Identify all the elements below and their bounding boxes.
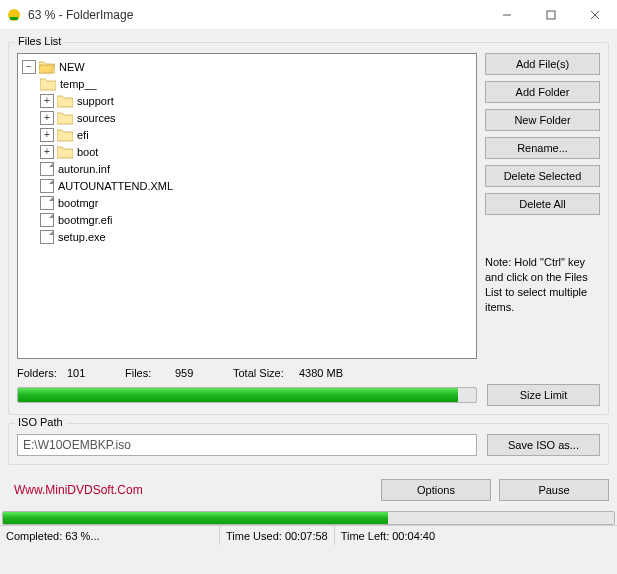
- global-progress: [2, 511, 615, 525]
- file-icon: [40, 230, 54, 244]
- tree-folder[interactable]: +efi: [40, 126, 474, 143]
- tree-file[interactable]: bootmgr: [40, 194, 474, 211]
- save-iso-button[interactable]: Save ISO as...: [487, 434, 600, 456]
- delete-all-button[interactable]: Delete All: [485, 193, 600, 215]
- tree-folder[interactable]: +support: [40, 92, 474, 109]
- counts-row: Folders: 101 Files: 959 Total Size: 4380…: [17, 367, 600, 379]
- collapse-icon[interactable]: −: [22, 60, 36, 74]
- delete-selected-button[interactable]: Delete Selected: [485, 165, 600, 187]
- file-icon: [40, 162, 54, 176]
- svg-rect-1: [10, 17, 18, 20]
- iso-path-group: ISO Path Save ISO as...: [8, 423, 609, 465]
- files-label: Files:: [125, 367, 169, 379]
- totalsize-label: Total Size:: [233, 367, 293, 379]
- tree-item-label: autorun.inf: [58, 163, 110, 175]
- tree-folder[interactable]: temp__: [40, 75, 474, 92]
- tree-item-label: support: [77, 95, 114, 107]
- tree-file[interactable]: AUTOUNATTEND.XML: [40, 177, 474, 194]
- status-bar: Completed: 63 %... Time Used: 00:07:58 T…: [0, 525, 617, 545]
- tree-item-label: AUTOUNATTEND.XML: [58, 180, 173, 192]
- totalsize-value: 4380 MB: [299, 367, 351, 379]
- file-icon: [40, 213, 54, 227]
- tree-item-label: boot: [77, 146, 98, 158]
- size-limit-button[interactable]: Size Limit: [487, 384, 600, 406]
- file-icon: [40, 179, 54, 193]
- add-files-button[interactable]: Add File(s): [485, 53, 600, 75]
- minimize-button[interactable]: [485, 0, 529, 29]
- website-link[interactable]: Www.MiniDVDSoft.Com: [14, 483, 143, 497]
- tree-item-label: bootmgr.efi: [58, 214, 112, 226]
- iso-path-input[interactable]: [17, 434, 477, 456]
- window-controls: [485, 0, 617, 29]
- rename-button[interactable]: Rename...: [485, 137, 600, 159]
- titlebar: 63 % - FolderImage: [0, 0, 617, 30]
- tree-folder[interactable]: +boot: [40, 143, 474, 160]
- expand-icon[interactable]: +: [40, 128, 54, 142]
- tree-item-label: bootmgr: [58, 197, 98, 209]
- new-folder-button[interactable]: New Folder: [485, 109, 600, 131]
- tree-item-label: NEW: [59, 61, 85, 73]
- tree-file[interactable]: autorun.inf: [40, 160, 474, 177]
- close-button[interactable]: [573, 0, 617, 29]
- iso-path-label: ISO Path: [15, 416, 66, 428]
- svg-rect-3: [547, 11, 555, 19]
- file-icon: [40, 196, 54, 210]
- pause-button[interactable]: Pause: [499, 479, 609, 501]
- files-list-group: Files List −NEWtemp__+support+sources+ef…: [8, 42, 609, 415]
- expand-icon[interactable]: +: [40, 94, 54, 108]
- tree-item-label: temp__: [60, 78, 97, 90]
- tree-file[interactable]: setup.exe: [40, 228, 474, 245]
- tree-item-label: efi: [77, 129, 89, 141]
- tree-file[interactable]: bootmgr.efi: [40, 211, 474, 228]
- status-time-used: Time Used: 00:07:58: [220, 526, 335, 545]
- window-title: 63 % - FolderImage: [28, 8, 485, 22]
- files-progress: [17, 387, 477, 403]
- add-folder-button[interactable]: Add Folder: [485, 81, 600, 103]
- files-tree[interactable]: −NEWtemp__+support+sources+efi+bootautor…: [17, 53, 477, 359]
- maximize-button[interactable]: [529, 0, 573, 29]
- folders-label: Folders:: [17, 367, 61, 379]
- tree-item-label: sources: [77, 112, 116, 124]
- files-value: 959: [175, 367, 227, 379]
- app-icon: [6, 7, 22, 23]
- tree-folder-root[interactable]: −NEW: [22, 58, 474, 75]
- status-completed: Completed: 63 %...: [0, 526, 220, 545]
- bottom-row: Www.MiniDVDSoft.Com Options Pause: [0, 465, 617, 509]
- ctrl-note: Note: Hold "Ctrl" key and click on the F…: [485, 255, 600, 314]
- options-button[interactable]: Options: [381, 479, 491, 501]
- tree-item-label: setup.exe: [58, 231, 106, 243]
- expand-icon[interactable]: +: [40, 111, 54, 125]
- expand-icon[interactable]: +: [40, 145, 54, 159]
- status-time-left: Time Left: 00:04:40: [335, 526, 441, 545]
- tree-folder[interactable]: +sources: [40, 109, 474, 126]
- folders-value: 101: [67, 367, 119, 379]
- files-list-label: Files List: [15, 35, 64, 47]
